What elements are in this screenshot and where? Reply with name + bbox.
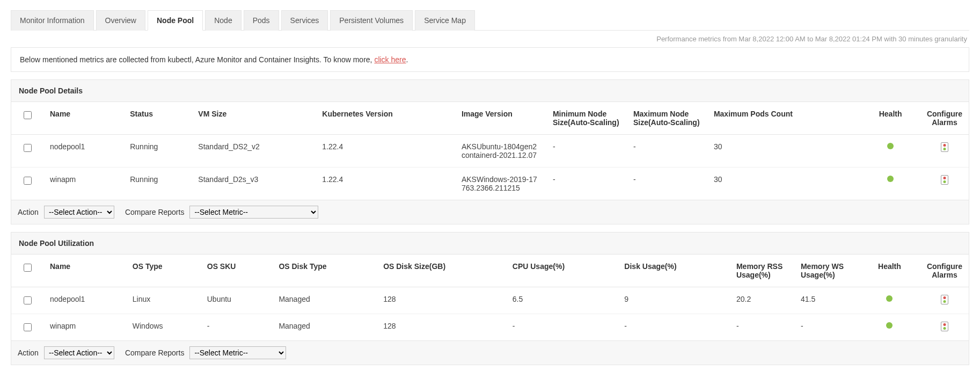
col-k8s-version[interactable]: Kubernetes Version	[316, 102, 455, 135]
col-image-version[interactable]: Image Version	[455, 102, 546, 135]
panel-footer: Action --Select Action-- Compare Reports…	[11, 340, 969, 365]
node-pool-details-panel: Node Pool Details Name Status VM Size Ku…	[11, 79, 969, 224]
table-row: nodepool1RunningStandard_DS2_v21.22.4AKS…	[11, 135, 969, 168]
node-pool-details-table: Name Status VM Size Kubernetes Version I…	[11, 102, 969, 200]
cell-disk-size: 128	[377, 314, 506, 341]
action-label: Action	[18, 208, 39, 216]
cell-os-type: Windows	[126, 314, 201, 341]
tab-overview[interactable]: Overview	[96, 10, 145, 31]
cell-name[interactable]: winapm	[43, 314, 126, 341]
select-all-checkbox[interactable]	[24, 264, 32, 272]
panel-footer: Action --Select Action-- Compare Reports…	[11, 200, 969, 224]
col-disk-usage[interactable]: Disk Usage(%)	[618, 255, 730, 287]
cell-name[interactable]: winapm	[43, 168, 123, 200]
col-os-type[interactable]: OS Type	[126, 255, 201, 287]
row-checkbox[interactable]	[24, 323, 32, 331]
cell-status: Running	[123, 135, 192, 168]
col-name[interactable]: Name	[43, 255, 126, 287]
cell-name[interactable]: nodepool1	[43, 287, 126, 314]
cell-min-node: -	[546, 168, 627, 200]
tab-node-pool[interactable]: Node Pool	[148, 10, 203, 31]
col-os-disk-type[interactable]: OS Disk Type	[272, 255, 377, 287]
cell-max-pods: 30	[707, 168, 860, 200]
select-all-checkbox[interactable]	[24, 111, 32, 119]
configure-alarm-icon[interactable]	[941, 295, 948, 304]
col-os-sku[interactable]: OS SKU	[201, 255, 273, 287]
cell-mem-ws: 41.5	[794, 287, 859, 314]
node-pool-utilization-panel: Node Pool Utilization Name OS Type OS SK…	[11, 232, 969, 365]
cell-os-type: Linux	[126, 287, 201, 314]
col-status[interactable]: Status	[123, 102, 192, 135]
cell-image-version: AKSUbuntu-1804gen2containerd-2021.12.07	[455, 135, 546, 168]
row-checkbox[interactable]	[24, 144, 32, 152]
col-mem-rss[interactable]: Memory RSS Usage(%)	[730, 255, 794, 287]
cell-max-node: -	[627, 168, 707, 200]
col-max-pods[interactable]: Maximum Pods Count	[707, 102, 860, 135]
action-select[interactable]: --Select Action--	[44, 346, 114, 359]
cell-vm-size: Standard_DS2_v2	[192, 135, 316, 168]
cell-os-sku: -	[201, 314, 273, 341]
configure-alarm-icon[interactable]	[941, 322, 948, 331]
cell-os-sku: Ubuntu	[201, 287, 273, 314]
compare-reports-label: Compare Reports	[125, 208, 185, 216]
table-row: winapmWindows-Managed128----	[11, 314, 969, 341]
cell-mem-rss: 20.2	[730, 287, 794, 314]
info-bar: Below mentioned metrics are collected fr…	[11, 47, 969, 72]
table-row: winapmRunningStandard_D2s_v31.22.4AKSWin…	[11, 168, 969, 200]
configure-alarm-icon[interactable]	[941, 142, 948, 152]
panel-title: Node Pool Utilization	[11, 233, 969, 255]
compare-reports-select[interactable]: --Select Metric--	[189, 206, 318, 219]
tabs-bar: Monitor InformationOverviewNode PoolNode…	[11, 0, 969, 31]
cell-disk-usage: 9	[618, 287, 730, 314]
cell-disk-type: Managed	[272, 287, 377, 314]
click-here-link[interactable]: click here	[374, 55, 406, 64]
tab-monitor-information[interactable]: Monitor Information	[11, 10, 94, 31]
panel-title: Node Pool Details	[11, 80, 969, 102]
tab-services[interactable]: Services	[281, 10, 328, 31]
configure-alarm-icon[interactable]	[941, 175, 948, 185]
row-checkbox[interactable]	[24, 296, 32, 304]
tab-persistent-volumes[interactable]: Persistent Volumes	[330, 10, 413, 31]
col-configure-alarms[interactable]: Configure Alarms	[920, 102, 969, 135]
health-status-icon	[887, 176, 894, 182]
compare-reports-label: Compare Reports	[125, 348, 185, 357]
col-health[interactable]: Health	[859, 255, 920, 287]
cell-cpu-usage: 6.5	[506, 287, 618, 314]
cell-vm-size: Standard_D2s_v3	[192, 168, 316, 200]
performance-metrics-range: Performance metrics from Mar 8,2022 12:0…	[11, 31, 969, 47]
cell-name[interactable]: nodepool1	[43, 135, 123, 168]
node-pool-utilization-table: Name OS Type OS SKU OS Disk Type OS Disk…	[11, 255, 969, 340]
col-name[interactable]: Name	[43, 102, 123, 135]
cell-min-node: -	[546, 135, 627, 168]
compare-reports-select[interactable]: --Select Metric--	[189, 346, 286, 359]
cell-k8s-version: 1.22.4	[316, 135, 455, 168]
cell-cpu-usage: -	[506, 314, 618, 341]
cell-max-pods: 30	[707, 135, 860, 168]
health-status-icon	[886, 322, 893, 329]
info-suffix: .	[406, 55, 408, 64]
col-os-disk-size[interactable]: OS Disk Size(GB)	[377, 255, 506, 287]
col-mem-ws[interactable]: Memory WS Usage(%)	[794, 255, 859, 287]
col-max-node[interactable]: Maximum Node Size(Auto-Scaling)	[627, 102, 707, 135]
info-text: Below mentioned metrics are collected fr…	[20, 55, 374, 64]
col-vm-size[interactable]: VM Size	[192, 102, 316, 135]
col-health[interactable]: Health	[860, 102, 920, 135]
tab-pods[interactable]: Pods	[244, 10, 279, 31]
col-configure-alarms[interactable]: Configure Alarms	[920, 255, 969, 287]
cell-status: Running	[123, 168, 192, 200]
row-checkbox[interactable]	[24, 177, 32, 185]
cell-k8s-version: 1.22.4	[316, 168, 455, 200]
cell-image-version: AKSWindows-2019-17763.2366.211215	[455, 168, 546, 200]
cell-disk-usage: -	[618, 314, 730, 341]
cell-disk-size: 128	[377, 287, 506, 314]
col-min-node[interactable]: Minimum Node Size(Auto-Scaling)	[546, 102, 627, 135]
cell-mem-rss: -	[730, 314, 794, 341]
tab-node[interactable]: Node	[205, 10, 241, 31]
health-status-icon	[887, 143, 894, 149]
table-row: nodepool1LinuxUbuntuManaged1286.5920.241…	[11, 287, 969, 314]
cell-mem-ws: -	[794, 314, 859, 341]
col-cpu-usage[interactable]: CPU Usage(%)	[506, 255, 618, 287]
cell-max-node: -	[627, 135, 707, 168]
tab-service-map[interactable]: Service Map	[415, 10, 475, 31]
action-select[interactable]: --Select Action--	[44, 206, 114, 219]
